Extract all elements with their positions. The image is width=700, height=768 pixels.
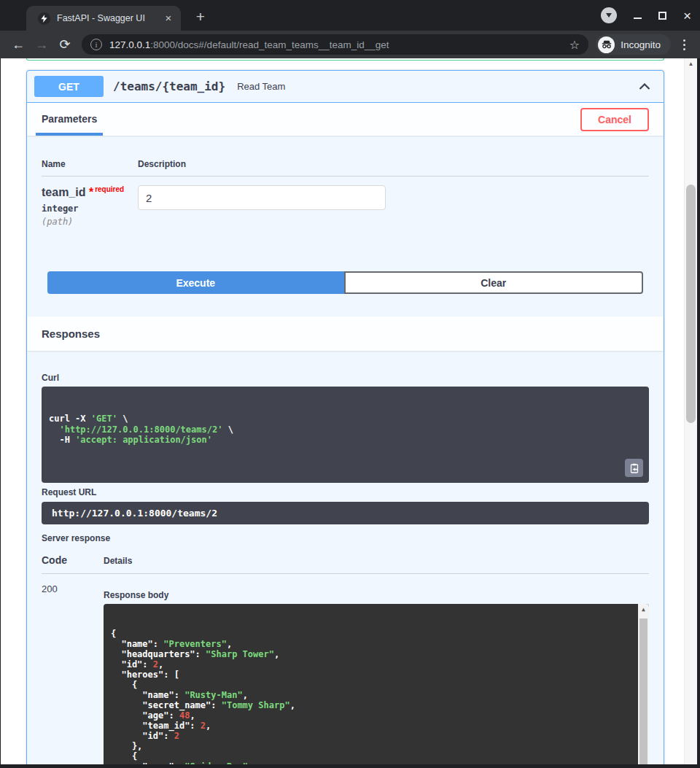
copy-to-clipboard-button[interactable] xyxy=(625,459,643,477)
parameter-row: team_id *required integer (path) xyxy=(42,177,649,227)
window-controls: × xyxy=(601,0,691,31)
parameters-section-header: Parameters Cancel xyxy=(27,103,664,136)
scroll-up-arrow-icon[interactable]: ▲ xyxy=(685,61,697,67)
page-scrollbar[interactable]: ▲ xyxy=(684,58,697,764)
browser-window: FastAPI - Swagger UI × + × ← → ⟳ i 127.0… xyxy=(0,0,700,768)
browser-toolbar: ← → ⟳ i 127.0.0.1:8000/docs#/default/rea… xyxy=(0,31,700,58)
url-text: 127.0.0.1:8000/docs#/default/read_team_t… xyxy=(109,39,564,50)
responses-area: Curl curl -X 'GET' \ 'http://127.0.0.1:8… xyxy=(27,351,664,764)
code-column-header: Code xyxy=(42,554,104,566)
method-badge: GET xyxy=(34,76,104,97)
incognito-icon xyxy=(598,36,615,53)
page-scrollbar-thumb[interactable] xyxy=(686,185,696,423)
forward-button[interactable]: → xyxy=(31,34,52,55)
request-url-value: http://127.0.0.1:8000/teams/2 xyxy=(42,502,649,524)
reload-button[interactable]: ⟳ xyxy=(54,34,76,55)
responses-heading: Responses xyxy=(42,327,100,340)
incognito-badge: Incognito xyxy=(596,34,671,55)
close-button[interactable]: × xyxy=(683,9,691,23)
response-scrollbar-thumb[interactable] xyxy=(639,618,648,764)
previous-opblock-edge xyxy=(26,58,664,61)
status-code: 200 xyxy=(42,583,104,764)
opblock-get-read-team: GET /teams/{team_id} Read Team Parameter… xyxy=(26,70,664,764)
details-column-header: Details xyxy=(104,556,132,566)
required-asterisk: * xyxy=(89,186,93,198)
scroll-up-arrow-icon[interactable]: ▲ xyxy=(638,605,649,615)
collapse-button[interactable] xyxy=(639,83,650,90)
back-button[interactable]: ← xyxy=(7,34,29,55)
tab-close-icon[interactable]: × xyxy=(162,12,175,25)
clipboard-icon xyxy=(629,463,639,473)
fastapi-favicon-icon xyxy=(38,12,50,25)
request-url-label: Request URL xyxy=(42,487,649,497)
chevron-up-icon xyxy=(639,83,650,90)
response-body-json: { "name": "Preventers", "headquarters": … xyxy=(111,629,642,764)
execute-row: Execute Clear xyxy=(47,271,643,294)
parameter-location: (path) xyxy=(42,217,138,227)
server-response-label: Server response xyxy=(42,533,649,543)
curl-label: Curl xyxy=(42,373,649,383)
incognito-label: Incognito xyxy=(621,39,661,50)
endpoint-summary: Read Team xyxy=(237,81,285,92)
parameter-type: integer xyxy=(42,203,138,214)
parameter-name: team_id *required xyxy=(42,185,138,199)
clear-button[interactable]: Clear xyxy=(344,271,644,294)
address-bar[interactable]: i 127.0.0.1:8000/docs#/default/read_team… xyxy=(82,34,588,55)
site-info-icon[interactable]: i xyxy=(90,39,102,50)
name-column-header: Name xyxy=(42,159,138,169)
cancel-button[interactable]: Cancel xyxy=(580,108,649,131)
minimize-button[interactable] xyxy=(634,18,642,19)
window-menu-button[interactable] xyxy=(601,7,617,23)
response-body-label: Response body xyxy=(104,590,649,600)
page-content: GET /teams/{team_id} Read Team Parameter… xyxy=(1,58,684,764)
url-path: :8000/docs#/default/read_team_teams__tea… xyxy=(150,39,389,50)
menu-kebab-icon[interactable] xyxy=(675,34,693,55)
response-body-block: { "name": "Preventers", "headquarters": … xyxy=(104,604,649,764)
opblock-summary[interactable]: GET /teams/{team_id} Read Team xyxy=(27,71,664,103)
required-label: required xyxy=(95,185,124,193)
curl-command-block: curl -X 'GET' \ 'http://127.0.0.1:8000/t… xyxy=(42,387,649,483)
team-id-input[interactable] xyxy=(138,185,386,210)
endpoint-path: /teams/{team_id} xyxy=(113,79,225,93)
description-column-header: Description xyxy=(138,159,186,169)
response-body-scrollbar[interactable]: ▲ xyxy=(638,604,649,764)
tab-parameters[interactable]: Parameters xyxy=(36,103,103,136)
bookmark-star-icon[interactable]: ☆ xyxy=(569,38,580,52)
tab-strip: FastAPI - Swagger UI × + × xyxy=(0,0,700,31)
response-details: Response body { "name": "Preventers", "h… xyxy=(104,583,649,764)
tab-title: FastAPI - Swagger UI xyxy=(57,13,155,23)
parameters-table: Name Description team_id *required integ… xyxy=(27,136,664,317)
response-table-head: Code Details xyxy=(42,543,649,574)
responses-section-header: Responses xyxy=(27,317,664,351)
new-tab-button[interactable]: + xyxy=(191,8,210,26)
swagger-page: GET /teams/{team_id} Read Team Parameter… xyxy=(1,58,697,764)
curl-command: curl -X 'GET' \ 'http://127.0.0.1:8000/t… xyxy=(49,414,642,446)
parameters-table-head: Name Description xyxy=(42,136,649,177)
response-row: 200 Response body { "name": "Preventers"… xyxy=(42,574,649,764)
parameter-meta: team_id *required integer (path) xyxy=(42,185,138,227)
url-host: 127.0.0.1 xyxy=(109,39,150,50)
browser-tab[interactable]: FastAPI - Swagger UI × xyxy=(26,6,181,31)
parameter-description xyxy=(138,185,386,227)
execute-button[interactable]: Execute xyxy=(47,271,344,294)
caret-down-icon xyxy=(606,13,612,18)
maximize-button[interactable] xyxy=(658,12,666,20)
